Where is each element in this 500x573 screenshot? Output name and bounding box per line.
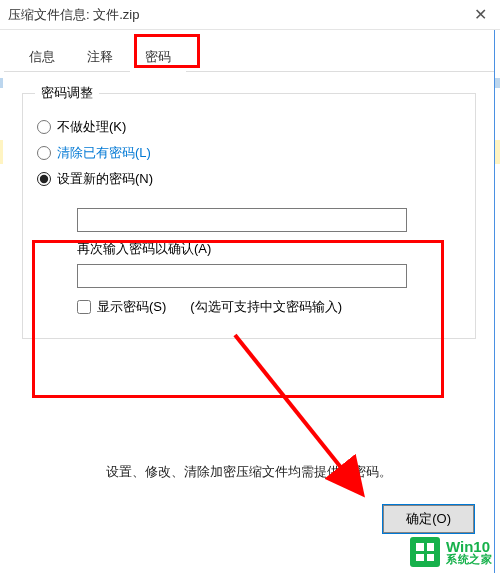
close-icon: ✕: [474, 5, 487, 24]
radio-set-label: 设置新的密码(N): [57, 170, 153, 188]
watermark-logo-icon: [410, 537, 440, 567]
tab-bar: 信息 注释 密码: [4, 38, 494, 72]
radio-row-set[interactable]: 设置新的密码(N): [37, 170, 463, 188]
show-password-checkbox[interactable]: [77, 300, 91, 314]
watermark-line1: Win10: [446, 539, 492, 554]
dialog-body: 信息 注释 密码 密码调整 不做处理(K) 清除已有密码(L) 设置新的密码(N…: [4, 30, 494, 573]
tab-password[interactable]: 密码: [130, 41, 186, 72]
ok-button[interactable]: 确定(O): [383, 505, 474, 533]
radio-none-label: 不做处理(K): [57, 118, 126, 136]
fieldset-legend: 密码调整: [35, 84, 99, 102]
tab-content-password: 密码调整 不做处理(K) 清除已有密码(L) 设置新的密码(N) 再次输入密码以…: [4, 72, 494, 491]
tab-info[interactable]: 信息: [14, 41, 70, 72]
tab-comment[interactable]: 注释: [72, 41, 128, 72]
fieldset-password-adjust: 密码调整 不做处理(K) 清除已有密码(L) 设置新的密码(N) 再次输入密码以…: [22, 84, 476, 339]
confirm-password-input[interactable]: [77, 264, 407, 288]
tab-label: 注释: [87, 49, 113, 64]
show-password-label: 显示密码(S): [97, 298, 166, 316]
watermark-line2: 系统之家: [446, 554, 492, 565]
set-password-block: 再次输入密码以确认(A) 显示密码(S) (勾选可支持中文密码输入): [35, 196, 463, 324]
tab-label: 密码: [145, 49, 171, 64]
radio-clear[interactable]: [37, 146, 51, 160]
title-bar: 压缩文件信息: 文件.zip ✕: [0, 0, 500, 30]
watermark: Win10 系统之家: [410, 537, 492, 567]
close-button[interactable]: ✕: [460, 0, 500, 30]
footer-note: 设置、修改、清除加密压缩文件均需提供原密码。: [22, 463, 476, 481]
watermark-text: Win10 系统之家: [446, 539, 492, 565]
show-password-row: 显示密码(S) (勾选可支持中文密码输入): [77, 298, 457, 316]
radio-row-clear[interactable]: 清除已有密码(L): [37, 144, 463, 162]
radio-none[interactable]: [37, 120, 51, 134]
show-password-hint: (勾选可支持中文密码输入): [190, 298, 342, 316]
ok-button-label: 确定(O): [406, 511, 451, 526]
radio-clear-label: 清除已有密码(L): [57, 144, 151, 162]
confirm-password-label: 再次输入密码以确认(A): [77, 240, 457, 258]
tab-label: 信息: [29, 49, 55, 64]
radio-row-none[interactable]: 不做处理(K): [37, 118, 463, 136]
window-title: 压缩文件信息: 文件.zip: [8, 6, 460, 24]
password-input[interactable]: [77, 208, 407, 232]
radio-set[interactable]: [37, 172, 51, 186]
